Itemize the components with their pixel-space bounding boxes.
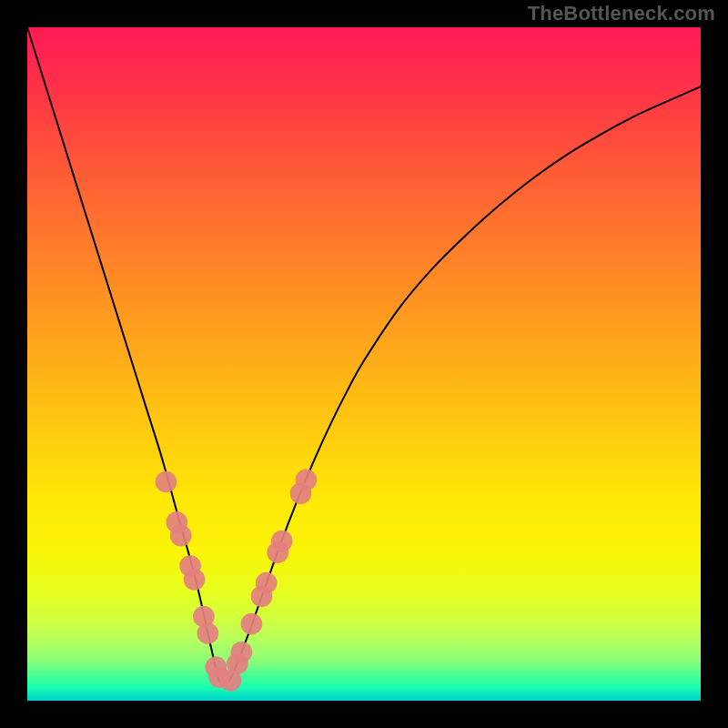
data-point <box>197 622 218 644</box>
data-point <box>296 469 318 490</box>
watermark-text: TheBottleneck.com <box>528 2 715 25</box>
chart-stage: TheBottleneck.com <box>0 0 728 728</box>
data-point <box>271 531 293 552</box>
bottleneck-curve <box>27 27 701 685</box>
chart-svg <box>27 27 701 701</box>
data-point <box>230 642 252 663</box>
data-point <box>184 569 206 591</box>
data-point <box>241 613 263 635</box>
data-points-group <box>156 469 318 691</box>
data-point <box>156 471 177 493</box>
data-point <box>170 525 192 547</box>
data-point <box>256 572 278 594</box>
plot-area <box>27 27 701 701</box>
